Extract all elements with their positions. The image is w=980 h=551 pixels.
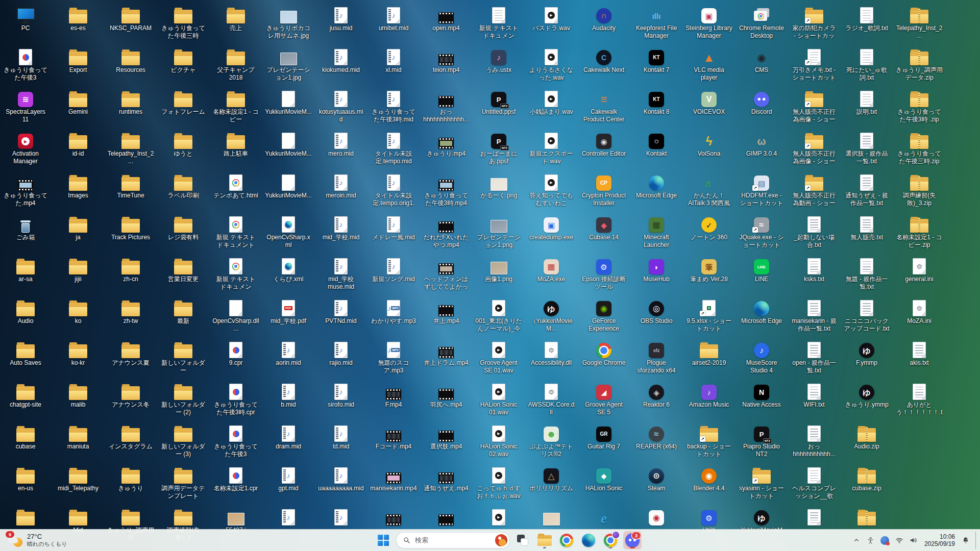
desktop-icon[interactable]: zh-tw [106,298,155,325]
desktop-icon[interactable]: 筆筆まめ Ver.28 [684,256,733,283]
desktop-icon[interactable] [1,507,50,527]
desktop-icon[interactable]: 新しいフォルダー (2) [159,382,208,416]
desktop-icon[interactable]: ▶小銭詰まり.wav [527,89,576,116]
desktop-icon[interactable]: OpenCvSharp.dll... [211,298,260,333]
desktop-icon[interactable]: ja [54,214,103,241]
wifi-icon[interactable] [893,533,906,548]
desktop-icon[interactable]: malib [54,382,103,409]
desktop-icon[interactable]: ♪MuseScore Studio 4 [737,340,786,374]
desktop-icon[interactable]: テンポあて.html [211,172,260,199]
desktop-icon[interactable]: きゅうり [106,465,155,492]
file-explorer-button[interactable] [535,531,554,549]
desktop-icon[interactable]: ▶Groove Agent SE 01.wav [474,340,523,374]
desktop-icon[interactable]: ⚙general.ini [895,256,944,283]
desktop-icon[interactable]: LINELINE [737,256,786,283]
desktop-icon[interactable]: きゅうり食ってた午後3時 .zip [895,89,944,123]
desktop-icon[interactable]: 名称未設定1 - コピー.zip [895,214,944,249]
desktop-icon[interactable]: ♬かんたん！AITalk 3 関西風 [684,172,733,207]
desktop-icon[interactable]: cubase.zip [842,465,891,492]
desktop-icon[interactable]: ▤↗HDDFMT.exe - ショートカット [737,172,786,207]
desktop-icon[interactable]: 新しいフォルダー [159,340,208,374]
desktop-icon[interactable]: 通知うぜえ.mp4 [422,465,471,492]
desktop-icon[interactable]: かるーく.png [474,172,523,199]
start-button[interactable] [374,531,393,549]
desktop-icon[interactable]: YukkuriMovieM... [264,131,313,158]
desktop-icon[interactable]: ko-kr [54,340,103,367]
desktop-icon[interactable]: ピクチャ [159,47,208,74]
desktop-icon[interactable]: ▶答え知ってでもむずいわこれ.wav [527,172,576,207]
task-view-button[interactable] [513,531,532,549]
desktop-icon[interactable]: Telepathy_Inst_2... [106,131,155,165]
desktop-icon[interactable]: PNT2おーばーまにあ.ppsf [474,131,523,165]
desktop-icon[interactable]: ▶Activation Manager [1,131,50,165]
desktop-icon[interactable]: ▣Steinberg Library Manager [684,5,733,40]
desktop-icon[interactable]: インスタグラム [106,423,155,450]
desktop-icon[interactable]: _起動しない場合.txt [790,214,839,249]
desktop-icon[interactable]: Gemini [54,89,103,116]
desktop-icon[interactable]: Microsoft Edge [632,172,681,199]
desktop-icon[interactable]: プレゼンテーション1.jpg [264,47,313,82]
desktop-icon[interactable]: ヘルスコンプレッション__歌詞.txt [790,465,839,500]
desktop-icon[interactable]: ♪b.mid [264,382,313,409]
desktop-icon[interactable]: ▣createdump.exe [527,214,576,241]
desktop-icon[interactable]: ⚙MoZA.ini [895,298,944,325]
desktop-icon[interactable]: 説明.txt [842,89,891,116]
desktop-icon[interactable]: manisekarin - 親作品一覧.txt [790,298,839,333]
desktop-icon[interactable]: airset2-2019 [684,340,733,367]
desktop-icon[interactable]: YukkuriMovieM... [264,89,313,116]
tray-overflow-chevron[interactable] [850,533,863,548]
desktop-icon[interactable]: YukkuriMovieM... [264,172,313,199]
desktop-icon[interactable]: きゅうり.mp4 [422,131,471,158]
desktop-icon[interactable]: runtimes [106,89,155,116]
desktop-icon[interactable]: PC [1,5,50,32]
desktop-icon[interactable]: ko [54,298,103,325]
desktop-icon[interactable]: 新しいフォルダー (3) [159,423,208,458]
desktop-icon[interactable]: 新規 テキスト ドキュメント.html [211,256,260,291]
desktop-icon[interactable]: ar-sa [1,256,50,283]
desktop-icon[interactable]: 画像1.png [474,256,523,283]
desktop-icon[interactable]: zh-cn [106,256,155,283]
accessibility-tray-icon[interactable] [864,533,877,548]
desktop-icon[interactable]: ♪MP3わかりやす.mp3 [369,298,418,325]
desktop-icon[interactable]: cubase [1,423,50,450]
desktop-icon[interactable]: 羽尻へ.mp4 [422,382,471,409]
desktop-icon[interactable]: ♪td.mid [316,423,365,450]
desktop-icon[interactable]: ◉GeForce Experience [579,298,628,333]
notification-bell-icon[interactable]: z [959,533,972,548]
desktop-icon[interactable]: PNT2Untitled.ppsf [474,89,523,116]
desktop-icon[interactable]: ラジオ_歌詞.txt [842,5,891,32]
desktop-icon[interactable]: ≈REAPER (x64) [632,423,681,450]
desktop-icon[interactable]: ⚙Epson 接続診断ツール [579,256,628,291]
desktop-icon[interactable]: Fコード.mp4 [369,423,418,450]
desktop-icon[interactable]: ♪メドレー風.mid [369,214,418,241]
desktop-icon[interactable]: PNT2Piapro Studio NT2 [737,423,786,458]
desktop-icon[interactable]: ıllıKeepforest File Manager [632,5,681,40]
desktop-icon[interactable]: ♪mero.mid [316,131,365,158]
tray-app-icon[interactable] [878,533,892,548]
desktop-icon[interactable]: id-id [54,131,103,158]
desktop-icon[interactable]: Microsoft Edge [737,298,786,325]
desktop-icon[interactable]: GRGuitar Rig 7 [579,423,628,450]
desktop-icon[interactable]: だれだFXいれたやつ.mp4 [422,214,471,249]
desktop-icon[interactable]: es-es [54,5,103,32]
desktop-icon[interactable]: ◉Controller Editor [579,131,628,158]
desktop-icon[interactable]: 死にたい_ゅ歌詞.txt [842,47,891,82]
desktop-icon[interactable]: 選択肢.mp4 [422,423,471,450]
desktop-icon[interactable]: ↗万引きメモ.txt - ショートカット [790,47,839,82]
desktop-icon[interactable]: NNative Access [737,382,786,409]
volume-icon[interactable] [907,533,920,548]
desktop-icon[interactable]: プレゼンテーション1.png [474,214,523,249]
desktop-icon[interactable]: きゅうり食ってた午後3時.mp4 [422,172,471,207]
desktop-icon[interactable]: 無人販売.txt [842,214,891,241]
desktop-icon[interactable]: CCakewalk Next [579,47,628,74]
desktop-icon[interactable]: 調声練習(失敗)_3.zip [895,172,944,207]
desktop-icon[interactable]: ▶バスドラ.wav [527,5,576,32]
desktop-icon[interactable]: ♪新規ソング.mid [369,256,418,283]
desktop-icon[interactable]: Discord [737,89,786,116]
desktop-icon[interactable] [369,507,418,527]
desktop-icon[interactable]: アナウンス夏 [106,340,155,367]
desktop-icon[interactable]: ♪mid_学校 muse.mid [316,256,365,291]
desktop-icon[interactable]: 路上駐車 [211,131,260,158]
desktop-icon[interactable]: sfzPlogue sforzando x64 [632,340,681,374]
desktop-icon[interactable]: VVOICEVOX [684,89,733,116]
